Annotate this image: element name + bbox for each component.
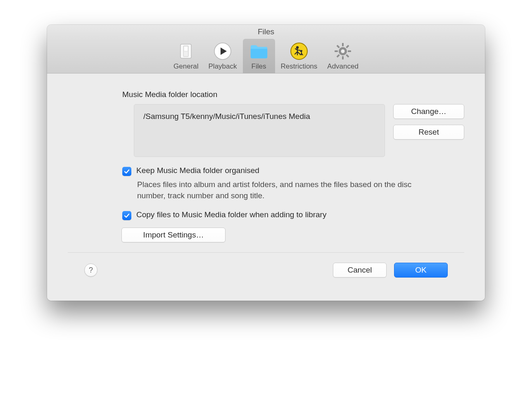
ok-button[interactable]: OK xyxy=(394,263,448,278)
reset-button[interactable]: Reset xyxy=(393,125,464,140)
svg-rect-9 xyxy=(342,43,344,46)
folder-icon xyxy=(249,41,269,61)
toolbar-item-playback[interactable]: Playback xyxy=(204,39,241,73)
parental-icon xyxy=(289,41,309,61)
content-area: Music Media folder location /Samsung T5/… xyxy=(47,74,485,301)
media-location-label: Music Media folder location xyxy=(122,90,464,99)
svg-rect-16 xyxy=(346,54,349,57)
gear-icon xyxy=(333,41,353,61)
svg-rect-2 xyxy=(184,46,188,51)
svg-rect-12 xyxy=(348,50,351,52)
preferences-window: Files General Playback xyxy=(47,25,485,301)
media-location-path: /Samsung T5/kenny/Music/iTunes/iTunes Me… xyxy=(134,104,385,157)
change-button[interactable]: Change… xyxy=(393,104,464,119)
import-settings-button[interactable]: Import Settings… xyxy=(121,228,226,242)
media-location-buttons: Change… Reset xyxy=(393,104,464,140)
keep-organised-description: Places files into album and artist folde… xyxy=(137,179,435,201)
toolbar-label: General xyxy=(173,62,198,71)
checkmark-icon xyxy=(124,168,130,175)
svg-point-17 xyxy=(341,50,345,53)
keep-organised-row: Keep Music Media folder organised xyxy=(122,166,464,176)
copy-files-checkbox[interactable] xyxy=(122,211,131,220)
window-titlebar: Files xyxy=(47,25,485,37)
footer-buttons: Cancel OK xyxy=(333,263,448,278)
media-location-row: /Samsung T5/kenny/Music/iTunes/iTunes Me… xyxy=(134,104,464,157)
toolbar-item-restrictions[interactable]: Restrictions xyxy=(277,39,322,73)
toolbar-label: Files xyxy=(252,62,266,71)
keep-organised-label: Keep Music Media folder organised xyxy=(136,166,259,175)
help-icon: ? xyxy=(89,266,93,275)
svg-rect-11 xyxy=(335,50,338,52)
checkmark-icon xyxy=(124,212,130,219)
svg-point-5 xyxy=(291,43,307,59)
preferences-toolbar: General Playback Files xyxy=(47,37,485,74)
import-settings-row: Import Settings… xyxy=(121,228,464,242)
svg-rect-10 xyxy=(342,56,344,59)
svg-rect-13 xyxy=(346,45,349,48)
toolbar-label: Playback xyxy=(209,62,237,71)
dialog-footer: ? Cancel OK xyxy=(68,252,464,292)
play-icon xyxy=(213,41,233,61)
switch-icon xyxy=(176,41,196,61)
toolbar-label: Advanced xyxy=(327,62,359,71)
svg-rect-14 xyxy=(337,54,340,57)
keep-organised-checkbox[interactable] xyxy=(122,167,131,176)
copy-files-row: Copy files to Music Media folder when ad… xyxy=(122,210,464,220)
cancel-button[interactable]: Cancel xyxy=(333,263,387,278)
svg-rect-15 xyxy=(337,45,340,48)
toolbar-label: Restrictions xyxy=(281,62,318,71)
help-button[interactable]: ? xyxy=(84,263,97,277)
toolbar-item-files[interactable]: Files xyxy=(243,39,275,73)
svg-point-6 xyxy=(296,46,299,49)
toolbar-item-advanced[interactable]: Advanced xyxy=(323,39,363,73)
window-title: Files xyxy=(258,27,274,36)
toolbar-item-general[interactable]: General xyxy=(169,39,202,73)
copy-files-label: Copy files to Music Media folder when ad… xyxy=(136,210,326,219)
